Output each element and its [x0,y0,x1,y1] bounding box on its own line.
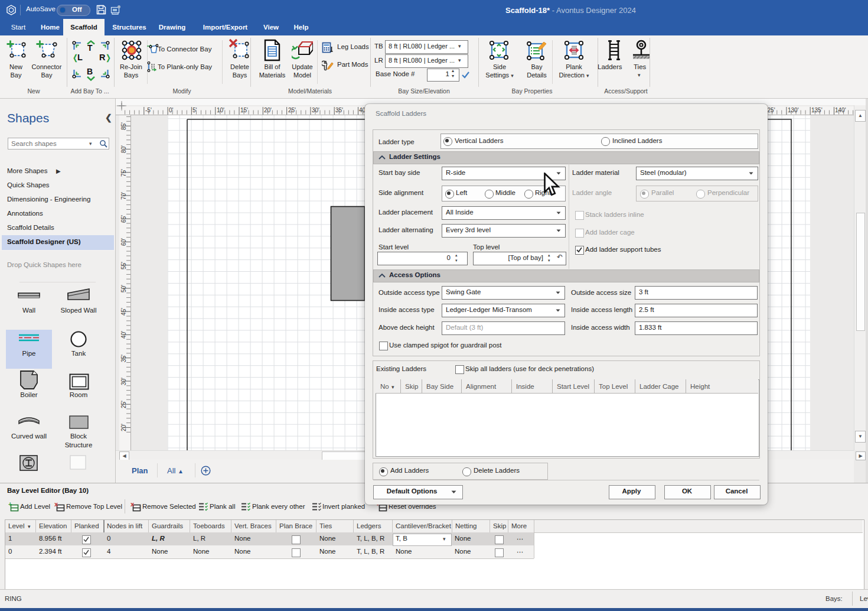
svg-text:x: x [54,502,58,508]
svg-text:+: + [8,502,12,508]
svg-text:x: x [130,502,135,508]
